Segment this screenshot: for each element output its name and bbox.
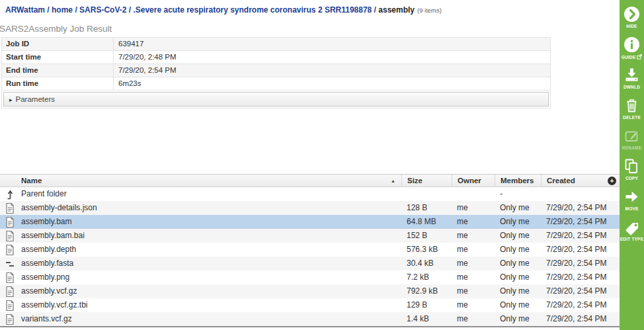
rename-icon: [624, 128, 640, 144]
file-members: Only me: [495, 215, 541, 229]
file-icon: [5, 216, 15, 228]
file-name: assembly.bam.bai: [21, 231, 85, 240]
sidebar-action-label: DWNLD: [624, 85, 640, 89]
download-icon: [624, 66, 640, 84]
column-label: Members: [501, 177, 534, 185]
file-icon: [5, 300, 15, 311]
copy-icon: [624, 157, 640, 175]
parameters-toggle[interactable]: ▸Parameters: [3, 92, 549, 106]
job-row: End time 7/29/20, 2:54 PM: [2, 64, 550, 77]
file-members: Only me: [495, 243, 541, 257]
table-row[interactable]: Parent folder -: [0, 187, 620, 201]
fasta-file-icon: [5, 258, 15, 270]
action-sidebar: HIDE GUIDE DWNLD DELETE RENAME COPY MOVE…: [620, 0, 644, 330]
file-owner: me: [452, 284, 495, 298]
sidebar-action-move[interactable]: MOVE: [620, 188, 644, 214]
file-created: 7/29/20, 2:54 PM: [541, 243, 620, 257]
file-members: Only me: [495, 284, 541, 298]
file-icon: [5, 202, 15, 214]
sidebar-action-edit-type[interactable]: EDIT TYPE: [620, 218, 644, 245]
file-created: 7/29/20, 2:54 PM: [541, 298, 620, 312]
move-icon: [624, 188, 640, 205]
job-field-value: 639417: [113, 38, 550, 50]
job-field-value: 7/29/20, 2:54 PM: [113, 64, 550, 77]
table-row[interactable]: assembly.bam 64.8 MB me Only me 7/29/20,…: [0, 215, 620, 229]
sidebar-action-delete[interactable]: DELETE: [620, 97, 644, 123]
sidebar-action-label: COPY: [625, 176, 638, 181]
external-link-icon: [637, 54, 642, 60]
job-result-panel: Job ID 639417 Start time 7/29/20, 2:48 P…: [1, 37, 551, 108]
table-row[interactable]: assembly.vcf.gz 792.9 kB me Only me 7/29…: [0, 284, 620, 298]
breadcrumb-item[interactable]: home: [52, 5, 73, 15]
table-row[interactable]: assembly-details.json 128 B me Only me 7…: [0, 201, 620, 215]
file-owner: me: [452, 270, 495, 284]
breadcrumb-item[interactable]: ARWattam: [5, 5, 45, 15]
sidebar-action-rename[interactable]: RENAME: [620, 127, 644, 153]
table-row[interactable]: assembly.bam.bai 152 B me Only me 7/29/2…: [0, 229, 620, 243]
file-created: 7/29/20, 2:54 PM: [541, 215, 620, 229]
file-icon: [5, 313, 15, 325]
sidebar-action-label: EDIT TYPE: [620, 237, 643, 241]
file-size: 128 B: [401, 201, 452, 215]
column-label: Name: [21, 177, 42, 185]
file-name: assembly.bam: [21, 217, 71, 226]
file-members: Only me: [495, 270, 541, 284]
column-label: Created: [547, 177, 575, 185]
fasta-file-icon: [5, 258, 15, 270]
table-row[interactable]: assembly.png 7.2 kB me Only me 7/29/20, …: [0, 270, 620, 284]
table-row[interactable]: assembly.fasta 30.4 kB me Only me 7/29/2…: [0, 257, 620, 270]
file-owner: me: [452, 229, 495, 243]
column-label: Size: [407, 177, 423, 185]
column-header-size[interactable]: Size: [401, 175, 452, 186]
sidebar-action-hide[interactable]: HIDE: [620, 5, 644, 32]
breadcrumb-separator: /: [45, 5, 52, 15]
breadcrumb-separator: /: [126, 5, 133, 15]
file-created: 7/29/20, 2:54 PM: [541, 312, 620, 326]
sidebar-action-label: GUIDE: [622, 55, 636, 60]
file-icon: [5, 313, 15, 325]
edit-type-icon: [624, 218, 641, 236]
job-row: Job ID 639417: [2, 38, 550, 51]
job-field-label: End time: [2, 64, 113, 77]
sidebar-action-copy[interactable]: COPY: [620, 157, 644, 184]
column-header-members[interactable]: Members: [495, 175, 541, 186]
file-size: [401, 187, 452, 201]
column-header-owner[interactable]: Owner: [452, 175, 495, 186]
file-icon: [5, 216, 15, 228]
guide-icon: [624, 36, 640, 53]
job-field-label: Start time: [2, 51, 113, 63]
sidebar-action-label: MOVE: [625, 206, 639, 211]
file-size: 576.3 kB: [401, 243, 452, 257]
file-icon: [5, 244, 15, 256]
job-field-value: 7/29/20, 2:48 PM: [113, 51, 550, 63]
breadcrumb-item[interactable]: .Severe acute respiratory syndrome coron…: [133, 5, 372, 15]
file-created: 7/29/20, 2:54 PM: [541, 201, 620, 215]
copy-icon: [624, 158, 640, 175]
job-field-label: Job ID: [2, 38, 113, 50]
file-size: 152 B: [401, 229, 452, 243]
breadcrumb-item[interactable]: SARS-CoV-2: [79, 5, 126, 15]
sidebar-action-label: HIDE: [626, 24, 637, 28]
job-row: Start time 7/29/20, 2:48 PM: [2, 51, 550, 64]
file-name: Parent folder: [21, 189, 67, 198]
table-row[interactable]: variants.vcf.gz 1.4 kB me Only me 7/29/2…: [0, 312, 620, 326]
hide-icon: [624, 6, 640, 22]
file-name: assembly.png: [21, 272, 69, 282]
plus-circle-icon[interactable]: +: [608, 177, 616, 185]
sidebar-action-guide[interactable]: GUIDE: [620, 36, 644, 62]
file-owner: me: [452, 201, 495, 215]
file-owner: me: [452, 312, 495, 326]
job-row: Run time 6m23s: [2, 77, 550, 91]
file-icon: [5, 300, 15, 311]
table-row[interactable]: assembly.vcf.gz.tbi 129 B me Only me 7/2…: [0, 298, 620, 312]
job-field-value: 6m23s: [113, 77, 550, 90]
column-header-name[interactable]: Name ▲: [0, 175, 401, 186]
item-count-badge: (9 items): [417, 7, 442, 14]
file-name: assembly.vcf.gz.tbi: [21, 300, 87, 309]
file-grid: Name ▲ Size Owner Members Created + Pare…: [0, 174, 620, 327]
file-icon: [5, 272, 15, 284]
breadcrumb-item[interactable]: assembly: [378, 5, 415, 15]
sidebar-action-dwnld[interactable]: DWNLD: [620, 66, 644, 93]
file-size: 792.9 kB: [401, 284, 452, 298]
table-row[interactable]: assembly.depth 576.3 kB me Only me 7/29/…: [0, 243, 620, 257]
